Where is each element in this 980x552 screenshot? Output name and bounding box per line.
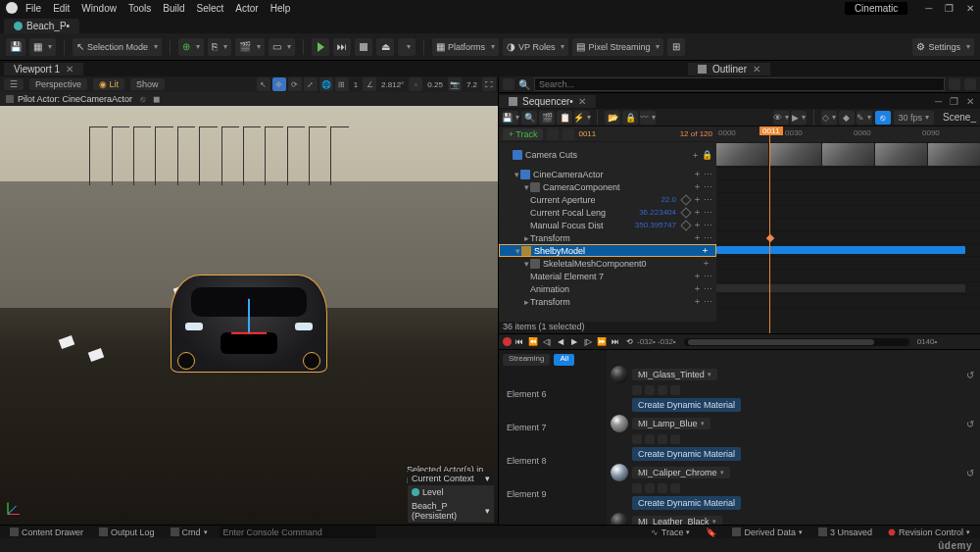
- track-camera-cuts[interactable]: Camera Cuts ＋ 🔒: [499, 142, 716, 168]
- track-aperture[interactable]: Current Aperture 22.0 ＋⋯: [499, 193, 716, 206]
- content-drawer-button[interactable]: Content Drawer: [6, 527, 87, 537]
- derived-data-dropdown[interactable]: Derived Data▾: [728, 527, 807, 537]
- trace-dropdown[interactable]: ∿Trace▾: [647, 527, 695, 537]
- track-focus-dist[interactable]: Manual Focus Dist 350.395747 ＋⋯: [499, 219, 716, 231]
- car-actor[interactable]: [171, 275, 327, 373]
- level-tab[interactable]: Beach_P•: [4, 19, 79, 33]
- eject-button[interactable]: ⏏: [376, 38, 394, 56]
- stop-button[interactable]: [355, 38, 372, 56]
- seq-director-button[interactable]: 📋: [557, 111, 572, 125]
- find-icon[interactable]: [658, 483, 667, 493]
- snap-grid[interactable]: ⊞: [335, 77, 349, 91]
- seq-max-icon[interactable]: ❐: [950, 96, 958, 107]
- use-icon[interactable]: [645, 483, 655, 493]
- material-dropdown[interactable]: MI_Caliper_Chrome: [632, 467, 730, 478]
- track-focal-length[interactable]: Current Focal Leng 36.223404 ＋⋯: [499, 206, 716, 219]
- keyframe[interactable]: [766, 234, 774, 242]
- current-frame[interactable]: 0011: [578, 129, 596, 138]
- sequencer-timeline[interactable]: 0000 0030 0060 0090 0120: [716, 126, 980, 333]
- lock-icon[interactable]: 🔒: [702, 150, 712, 160]
- seq-eye-button[interactable]: 👁: [773, 111, 789, 125]
- track-bar[interactable]: [716, 284, 965, 292]
- step-fwd-button[interactable]: ⏩: [596, 337, 608, 347]
- extra-button[interactable]: ⊞: [667, 38, 685, 56]
- menu-window[interactable]: Window: [81, 3, 117, 14]
- seq-close-icon[interactable]: ✕: [966, 96, 974, 107]
- create-dynamic-button[interactable]: Create Dynamic Material: [632, 447, 741, 461]
- transform-gizmo[interactable]: [248, 298, 250, 333]
- cmd-dropdown[interactable]: Cmd▾: [167, 527, 212, 537]
- material-thumbnail[interactable]: [611, 366, 628, 383]
- snap-angle[interactable]: ∠: [363, 77, 376, 91]
- working-start[interactable]: -032•: [658, 337, 676, 346]
- select-tool[interactable]: ↖: [257, 77, 270, 91]
- bookmark-button[interactable]: 🔖: [702, 527, 720, 537]
- translate-tool[interactable]: ✥: [272, 77, 286, 91]
- selection-mode-dropdown[interactable]: ↖ Selection Mode: [73, 38, 162, 56]
- keyframe-icon[interactable]: [680, 194, 691, 205]
- menu-file[interactable]: File: [25, 3, 41, 14]
- seq-lock-button[interactable]: 🔒: [622, 111, 638, 125]
- step-back-button[interactable]: ⏪: [527, 337, 539, 347]
- play-button[interactable]: [312, 38, 329, 56]
- camera-speed[interactable]: 📷: [448, 77, 462, 91]
- keyframe-icon[interactable]: [680, 207, 691, 218]
- create-dynamic-button[interactable]: Create Dynamic Material: [632, 496, 741, 510]
- seq-curve-button[interactable]: 〰: [640, 111, 656, 125]
- minimize-icon[interactable]: ─: [925, 3, 932, 14]
- context-dropdown[interactable]: Current Context▾ Level Beach_P (Persiste…: [408, 472, 494, 523]
- material-thumbnail[interactable]: [611, 415, 628, 432]
- cinematics-button[interactable]: 🎬: [235, 38, 265, 56]
- outliner-tab[interactable]: Outliner ✕: [688, 63, 770, 75]
- track-bar[interactable]: [716, 246, 965, 254]
- settings-icon[interactable]: [964, 78, 976, 90]
- track-material-7[interactable]: Material Element 7 ＋⋯: [499, 270, 716, 282]
- menu-actor[interactable]: Actor: [235, 3, 258, 14]
- add-button[interactable]: ⊕: [178, 38, 204, 56]
- save-button[interactable]: 💾: [6, 38, 25, 56]
- range-end[interactable]: 0140•: [917, 337, 938, 346]
- keyframe-icon[interactable]: [680, 220, 691, 230]
- browse-icon[interactable]: [632, 483, 642, 493]
- camera-cut-thumbnails[interactable]: [716, 143, 980, 166]
- track-transform-2[interactable]: ▸Transform ＋⋯: [499, 295, 716, 308]
- sequencer-tab[interactable]: Sequencer• ✕: [499, 95, 596, 108]
- find-icon[interactable]: [658, 385, 667, 395]
- seq-playback-button[interactable]: ▶: [791, 111, 807, 125]
- lit-dropdown[interactable]: ◉ Lit: [93, 78, 124, 90]
- vp-roles-dropdown[interactable]: ◑ VP Roles: [503, 38, 568, 56]
- blueprints-button[interactable]: ⎘: [208, 38, 231, 56]
- close-outliner-icon[interactable]: ✕: [753, 64, 760, 75]
- material-thumbnail[interactable]: [611, 464, 628, 481]
- add-icon[interactable]: ＋: [693, 168, 702, 180]
- pilot-stop-icon[interactable]: ◼: [153, 94, 160, 104]
- reset-s-icon[interactable]: [670, 385, 680, 395]
- snap-angle-value[interactable]: 2.812°: [378, 80, 407, 89]
- track-cine-camera[interactable]: ▾ CineCameraActor ＋ ⋯: [499, 168, 716, 180]
- seq-min-icon[interactable]: ─: [935, 96, 942, 107]
- perspective-dropdown[interactable]: Perspective: [29, 78, 87, 90]
- track-transform[interactable]: ▸Transform ＋⋯: [499, 231, 716, 244]
- snap-scale-value[interactable]: 0.25: [424, 80, 446, 89]
- material-dropdown[interactable]: MI_Lamp_Blue: [632, 418, 710, 429]
- track-camera-component[interactable]: ▾ CameraComponent ＋⋯: [499, 180, 716, 193]
- seq-save-button[interactable]: 💾: [503, 111, 518, 125]
- filter-icon[interactable]: [503, 78, 514, 90]
- outliner-search-input[interactable]: [534, 77, 945, 91]
- add-track-button[interactable]: Track: [503, 128, 543, 140]
- viewport-tab[interactable]: Viewport 1 ✕: [4, 63, 83, 75]
- filter-all[interactable]: All: [554, 354, 574, 366]
- loop-button[interactable]: ⟲: [623, 337, 635, 347]
- folder-icon[interactable]: [949, 78, 960, 90]
- timeline-scrollbar[interactable]: [684, 338, 909, 346]
- to-end-button[interactable]: ⏭: [610, 337, 621, 347]
- find-icon[interactable]: [658, 434, 667, 444]
- reset-icon[interactable]: ↺: [966, 370, 976, 379]
- scale-tool[interactable]: ⤢: [304, 77, 318, 91]
- maximize-viewport[interactable]: ⛶: [482, 77, 496, 91]
- range-start[interactable]: -032•: [637, 337, 656, 346]
- revision-dropdown[interactable]: ⬣Revision Control▾: [884, 527, 974, 537]
- camera-speed-value[interactable]: 7.2: [464, 80, 480, 89]
- rotate-tool[interactable]: ⟳: [288, 77, 302, 91]
- seq-find-button[interactable]: 🔍: [521, 111, 537, 125]
